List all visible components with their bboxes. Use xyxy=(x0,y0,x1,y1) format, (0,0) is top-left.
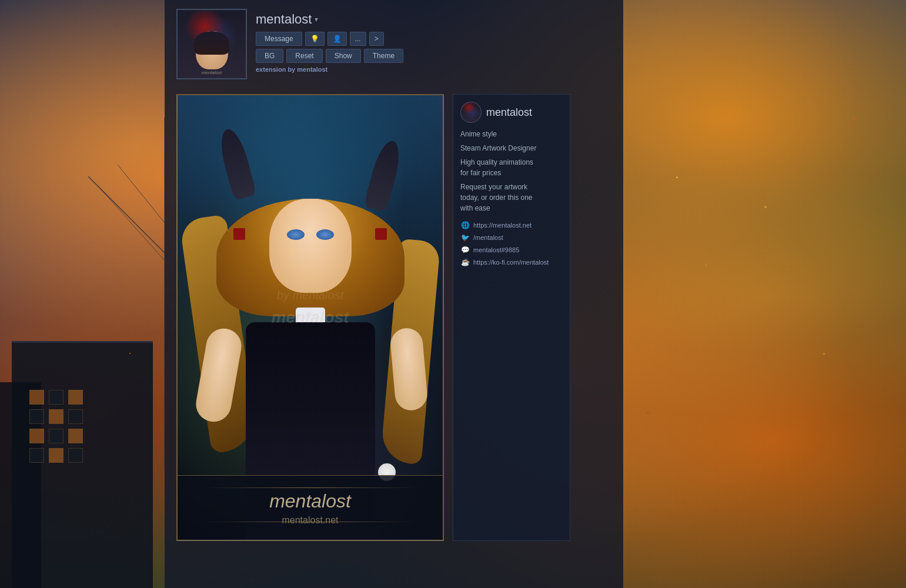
card-header: mentalost xyxy=(460,102,563,123)
person-button[interactable]: 👤 xyxy=(327,32,347,46)
hair-ribbon-right xyxy=(375,228,387,240)
next-button[interactable]: > xyxy=(369,32,384,46)
tool-buttons-container: BG Reset Show Theme xyxy=(256,49,611,63)
twitter-icon: 🐦 xyxy=(460,233,470,242)
window-cell xyxy=(68,448,83,463)
profile-card: mentalost Anime style Steam Artwork Desi… xyxy=(453,94,570,541)
banner-line-bottom xyxy=(204,522,416,522)
profile-info: mentalost ▾ Message 💡 👤 ... > BG Reset S… xyxy=(256,9,611,73)
card-link-kofi[interactable]: ☕ https://ko-fi.com/mentalost xyxy=(460,258,563,267)
card-username: mentalost xyxy=(486,106,532,119)
card-links: 🌐 https://mentalost.net 🐦 /mentalost 💬 m… xyxy=(460,220,563,267)
banner-line-top xyxy=(204,487,416,488)
watermark-center: mentalost xyxy=(271,308,349,327)
kofi-url: https://ko-fi.com/mentalost xyxy=(473,259,549,266)
card-link-website[interactable]: 🌐 https://mentalost.net xyxy=(460,220,563,230)
window-cell xyxy=(49,429,63,443)
kofi-icon: ☕ xyxy=(460,258,470,267)
reset-button[interactable]: Reset xyxy=(286,49,322,63)
profile-avatar: mentalost xyxy=(178,10,246,78)
show-button[interactable]: Show xyxy=(326,49,361,63)
card-desc-6: today, or order this one xyxy=(460,193,533,202)
card-desc-7: with ease xyxy=(460,204,490,212)
card-desc-3: High quality animations xyxy=(460,158,533,166)
window-cell xyxy=(68,390,83,405)
window-cell xyxy=(49,390,63,405)
window-cell xyxy=(49,409,63,424)
extension-author: mentalost xyxy=(297,66,327,73)
banner-site: mentalost.net xyxy=(282,515,338,526)
banner-name: mentalost xyxy=(269,490,351,512)
avatar-watermark: mentalost xyxy=(178,70,246,75)
watermark-by: by mentalost xyxy=(277,289,343,302)
twitter-handle: /mentalost xyxy=(473,234,503,241)
building-windows xyxy=(29,390,83,502)
bg-button[interactable]: BG xyxy=(256,49,283,63)
building-shape xyxy=(12,341,153,588)
card-description: Anime style Steam Artwork Designer High … xyxy=(460,129,563,213)
artwork-bottom-banner: mentalost mentalost.net xyxy=(178,475,443,540)
profile-header: mentalost mentalost ▾ Message 💡 👤 ... > … xyxy=(176,9,611,85)
window-cell xyxy=(29,390,44,405)
extension-label: extension by mentalost xyxy=(256,66,611,73)
extension-text: extension by xyxy=(256,66,295,73)
main-content: mentalost mentalost ▾ Message 💡 👤 ... > … xyxy=(165,0,623,588)
card-desc-4: for fair prices xyxy=(460,169,501,177)
card-avatar xyxy=(460,102,482,123)
theme-button[interactable]: Theme xyxy=(364,49,403,63)
window-cell xyxy=(68,429,83,443)
message-button[interactable]: Message xyxy=(256,32,302,46)
more-button[interactable]: ... xyxy=(350,32,366,46)
discord-tag: mentalost#9885 xyxy=(473,246,519,253)
lightbulb-button[interactable]: 💡 xyxy=(305,32,325,46)
window-cell xyxy=(29,409,44,424)
window-cell xyxy=(68,409,83,424)
discord-icon: 💬 xyxy=(460,245,470,255)
building-decoration xyxy=(0,294,188,588)
profile-avatar-container: mentalost xyxy=(176,9,247,79)
hair-ribbon-left xyxy=(233,228,245,240)
card-desc-5: Request your artwork xyxy=(460,183,527,191)
username-text: mentalost xyxy=(256,12,312,27)
globe-icon: 🌐 xyxy=(460,220,470,230)
card-link-twitter[interactable]: 🐦 /mentalost xyxy=(460,233,563,242)
website-url: https://mentalost.net xyxy=(473,222,531,229)
dropdown-arrow-icon[interactable]: ▾ xyxy=(315,15,318,24)
window-cell xyxy=(49,448,63,463)
window-cell xyxy=(29,448,44,463)
card-link-discord[interactable]: 💬 mentalost#9885 xyxy=(460,245,563,255)
artwork-image: by mentalost mentalost mentalost mentalo… xyxy=(176,94,444,541)
window-cell xyxy=(29,429,44,443)
card-desc-1: Anime style xyxy=(460,130,497,138)
action-buttons-container: Message 💡 👤 ... > xyxy=(256,32,611,46)
card-desc-2: Steam Artwork Designer xyxy=(460,144,536,152)
profile-username: mentalost ▾ xyxy=(256,12,611,27)
artwork-panel: by mentalost mentalost mentalost mentalo… xyxy=(176,94,611,541)
